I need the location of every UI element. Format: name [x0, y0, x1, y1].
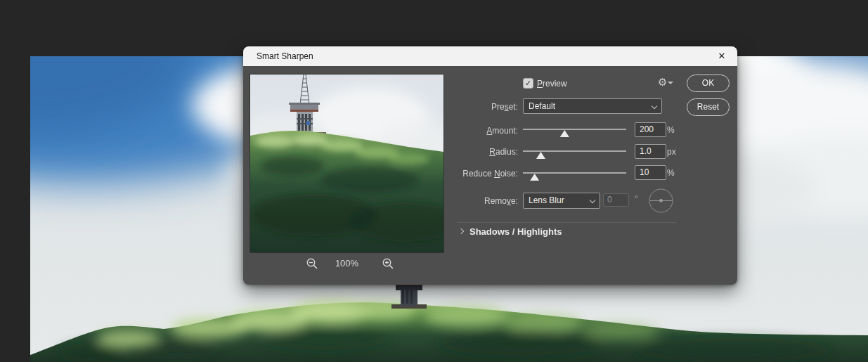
radius-slider-thumb[interactable]: [536, 152, 545, 159]
remove-value: Lens Blur: [529, 193, 564, 207]
gear-caret-icon[interactable]: [668, 82, 673, 84]
gear-icon[interactable]: ⚙: [658, 76, 667, 89]
remove-dropdown[interactable]: Lens Blur: [523, 193, 600, 209]
divider: [457, 222, 677, 223]
reset-button[interactable]: Reset: [687, 98, 730, 116]
ok-button[interactable]: OK: [687, 75, 730, 92]
dialog-title: Smart Sharpen: [257, 46, 313, 66]
shadows-highlights-header[interactable]: Shadows / Highlights: [469, 226, 562, 237]
angle-input[interactable]: 0: [603, 193, 629, 207]
preset-value: Default: [529, 99, 555, 113]
preview-checkbox[interactable]: ✓: [523, 78, 533, 89]
amount-slider-thumb[interactable]: [560, 130, 569, 137]
chevron-right-icon[interactable]: [458, 228, 464, 234]
reduce-noise-input[interactable]: 10: [635, 165, 666, 180]
zoom-level: 100%: [250, 258, 443, 269]
zoom-in-icon[interactable]: [382, 258, 394, 270]
preview-thumbnail[interactable]: [250, 75, 443, 252]
reduce-noise-slider-thumb[interactable]: [530, 174, 539, 181]
reduce-noise-unit: %: [667, 168, 675, 178]
remove-label: Remove:: [412, 196, 518, 206]
amount-label: Amount:: [412, 126, 518, 136]
close-icon[interactable]: ✕: [712, 46, 732, 66]
amount-input[interactable]: 200: [635, 122, 666, 137]
dialog-titlebar[interactable]: Smart Sharpen ✕: [243, 46, 737, 66]
preview-zoom-controls: 100%: [250, 257, 443, 271]
smart-sharpen-dialog: Smart Sharpen ✕: [243, 46, 737, 285]
amount-slider[interactable]: [523, 129, 626, 130]
reduce-noise-label: Reduce Noise:: [412, 169, 518, 179]
radius-unit: px: [667, 147, 676, 157]
preview-image: [250, 75, 443, 252]
radius-input[interactable]: 1.0: [635, 144, 666, 159]
preview-checkbox-label[interactable]: Preview: [537, 79, 567, 89]
chevron-down-icon: [590, 198, 595, 203]
photoshop-window: Smart Sharpen ✕: [0, 0, 868, 362]
radius-label: Radius:: [412, 147, 518, 157]
degree-symbol: °: [635, 194, 638, 204]
preset-dropdown[interactable]: Default: [523, 98, 662, 114]
chevron-down-icon: [652, 104, 657, 109]
angle-dial[interactable]: [649, 188, 673, 213]
preset-label: Preset:: [412, 102, 518, 112]
amount-unit: %: [667, 125, 675, 135]
reduce-noise-slider[interactable]: [523, 172, 626, 174]
check-icon: ✓: [525, 79, 531, 87]
radius-slider[interactable]: [523, 150, 626, 152]
